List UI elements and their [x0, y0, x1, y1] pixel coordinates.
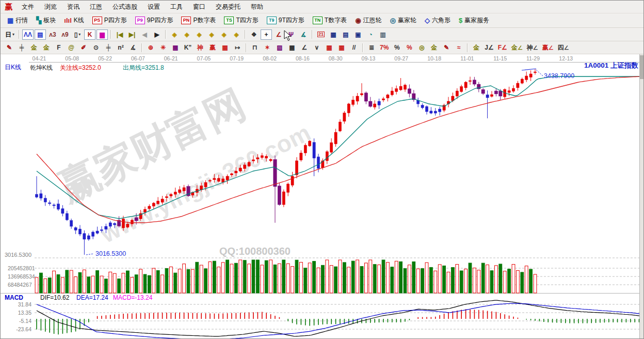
red-grid-2-button[interactable]: ▦	[336, 42, 347, 53]
chart-area[interactable]: 赢家财富网www.yingjia360.comQQ:10080036004-21…	[1, 54, 643, 339]
percent-button[interactable]: %	[391, 42, 403, 53]
p-square-button[interactable]: PSP四方形	[88, 15, 131, 26]
vertical-scrollbar[interactable]	[639, 54, 643, 339]
gann-cross-button[interactable]: ◈	[218, 29, 230, 40]
wave-3-button[interactable]: ʌ3	[47, 29, 58, 40]
percent-line-button[interactable]: %	[404, 42, 415, 53]
qiankun-kline-button[interactable]: K	[84, 29, 95, 40]
wave-9-button[interactable]: ʌ9	[59, 29, 71, 40]
spiral-button[interactable]: @	[66, 42, 77, 53]
menu-browse[interactable]: 浏览	[39, 1, 62, 13]
save-button[interactable]: ▣	[352, 29, 364, 40]
quotes-button[interactable]: ▦行情	[3, 15, 32, 26]
crosshair-button[interactable]: +	[261, 29, 272, 40]
gann-web-button[interactable]: ✳	[157, 42, 169, 53]
scrollbar-thumb[interactable]	[640, 55, 643, 79]
red-grid-button[interactable]: ▦	[324, 42, 335, 53]
gann-fan-right-button[interactable]: ◈	[181, 29, 192, 40]
circle-ruler-button[interactable]: ⊙	[90, 42, 102, 53]
goto-first-button[interactable]: |◀	[114, 29, 125, 40]
gold-circle-button[interactable]: ◎	[416, 42, 427, 53]
gann-fan-both-button[interactable]: ◈	[194, 29, 205, 40]
k-quote-button[interactable]: K”	[182, 42, 194, 53]
kline-button[interactable]: ıIılK线	[60, 15, 88, 26]
target-circle-button[interactable]: ⊕	[145, 42, 156, 53]
multi-angle-button[interactable]: ∠	[299, 42, 310, 53]
menu-tools[interactable]: 工具	[165, 1, 188, 13]
9t-square-button[interactable]: T99T四方形	[263, 15, 309, 26]
gann-wheel-button[interactable]: ◉江恩轮	[351, 15, 385, 26]
calendar-button[interactable]: 21	[315, 29, 327, 40]
span-arrow-button[interactable]: ↦	[232, 42, 243, 53]
calculator-button[interactable]: ▦	[328, 29, 339, 40]
f-ruler-button[interactable]: F	[53, 42, 65, 53]
four-angle-button[interactable]: 四∠	[556, 42, 571, 53]
menu-trade-entrust[interactable]: 交易委托	[211, 1, 246, 13]
pen-2-button[interactable]: ✎	[441, 42, 452, 53]
gann-web-box-button[interactable]: ▩	[170, 42, 181, 53]
info-panel-button[interactable]: ▤	[35, 29, 46, 40]
win-angle-button[interactable]: 赢∠	[541, 42, 555, 53]
gold-angle-button[interactable]: 金∠	[510, 42, 524, 53]
pan-right-button[interactable]: ▶	[151, 29, 163, 40]
percent-list-button[interactable]: ≣	[366, 42, 377, 53]
angle-ruler-button[interactable]: ∡	[127, 42, 139, 53]
gold-line-button[interactable]: 金	[428, 42, 440, 53]
world-time-button[interactable]: ◔	[365, 29, 376, 40]
parallel-lines-button[interactable]: //	[348, 42, 360, 53]
zigzag-icon-button[interactable]: ΛΛ	[22, 29, 34, 40]
percent-7-button[interactable]: 7%	[378, 42, 390, 53]
pan-hand-button[interactable]: ❖	[248, 29, 260, 40]
menu-window[interactable]: 窗口	[188, 1, 211, 13]
menu-file[interactable]: 文件	[17, 1, 39, 13]
ray-box-button[interactable]: ▨	[274, 42, 285, 53]
p-number-table-button[interactable]: PNP数字表	[177, 15, 220, 26]
shen-ruler-button[interactable]: 神	[195, 42, 206, 53]
t-number-table-button[interactable]: TNT数字表	[309, 15, 351, 26]
tick-ruler-button[interactable]: ╪	[103, 42, 114, 53]
period-day-button[interactable]: 日▾	[4, 29, 16, 40]
pan-left-button[interactable]: ◀	[139, 29, 150, 40]
win-ruler-button[interactable]: 赢	[207, 42, 218, 53]
j-angle-button[interactable]: J∠	[483, 42, 495, 53]
box-measure-button[interactable]: ⊓	[249, 42, 261, 53]
ray-fan-button[interactable]: ✶	[262, 42, 273, 53]
grid-123-button[interactable]: ▦	[219, 42, 231, 53]
angle-tool-button[interactable]: ∠	[273, 29, 284, 40]
ruler-button[interactable]: ╪	[16, 42, 27, 53]
gann-fan-left-button[interactable]: ◈	[169, 29, 180, 40]
web-dark-button[interactable]: ▩	[286, 42, 298, 53]
sectors-button[interactable]: ▚板块	[32, 15, 60, 26]
v-wave-button[interactable]: ∨	[311, 42, 323, 53]
menu-news[interactable]: 资讯	[62, 1, 85, 13]
line-tool-button[interactable]: ∡	[298, 29, 309, 40]
winner-wheel-button[interactable]: ◎赢家轮	[386, 15, 421, 26]
hexagon-button[interactable]: ◇六角形	[421, 15, 455, 26]
candle-style-button[interactable]: ▯▾	[72, 29, 83, 40]
t-square-button[interactable]: TST四方形	[220, 15, 262, 26]
wave-box-button[interactable]: ≈	[453, 42, 464, 53]
kline-chart[interactable]: 赢家财富网www.yingjia360.comQQ:10080036004-21…	[1, 54, 643, 339]
menu-settings[interactable]: 设置	[142, 1, 165, 13]
print-button[interactable]: ▥	[377, 29, 389, 40]
attention-line-label: 关注线=3252.0	[60, 64, 101, 71]
goto-last-button[interactable]: ▶|	[126, 29, 138, 40]
winner-service-button[interactable]: $赢家服务	[455, 15, 493, 26]
gann-grid-button[interactable]: ◈	[206, 29, 217, 40]
n2-button[interactable]: n²	[115, 42, 126, 53]
volume-bar	[326, 260, 329, 293]
draw-pen-button[interactable]: ✎	[4, 42, 15, 53]
gold-ruler-2-button[interactable]: 金	[41, 42, 52, 53]
notes-button[interactable]: ▤	[340, 29, 351, 40]
gann-star-button[interactable]: ◈	[231, 29, 242, 40]
f-angle-button[interactable]: F∠	[496, 42, 509, 53]
gold-underline-button[interactable]: 金	[471, 42, 482, 53]
shen-angle-button[interactable]: 神∠	[525, 42, 540, 53]
pen-ruler-button[interactable]: ✐	[78, 42, 89, 53]
menu-help[interactable]: 帮助	[246, 1, 268, 13]
gold-ruler-button[interactable]: 金	[28, 42, 40, 53]
menu-gann[interactable]: 江恩	[85, 1, 107, 13]
menu-formula-stock-pick[interactable]: 公式选股	[107, 1, 142, 13]
9p-square-button[interactable]: P99P四方形	[131, 15, 178, 26]
volume-style-button[interactable]: ▆	[96, 29, 108, 40]
